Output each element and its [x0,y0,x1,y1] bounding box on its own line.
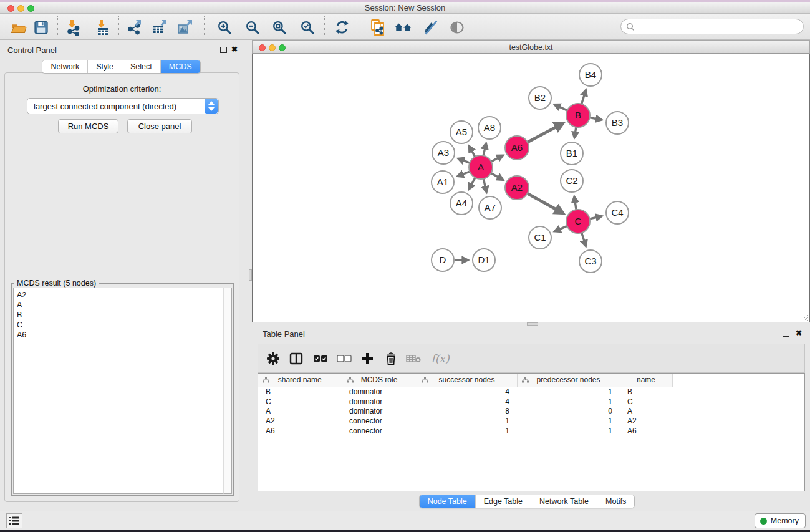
result-item[interactable]: A [17,300,223,310]
table-cell[interactable]: 1 [517,397,620,407]
table-cell[interactable]: 8 [417,407,517,417]
edge-A-A7[interactable] [483,179,485,187]
deselect-all-rows-icon[interactable] [335,350,353,367]
zoom-in-icon[interactable] [215,18,234,37]
mcds-result-scrollbar[interactable] [223,288,232,494]
edge-B-B4[interactable] [582,95,584,104]
edge-B-B3[interactable] [590,118,596,119]
resize-grip-icon[interactable] [801,313,808,321]
table-cell[interactable]: 1 [417,416,517,426]
edge-A6-B[interactable] [528,127,556,142]
table-cell[interactable]: A [620,407,672,417]
table-cell[interactable]: dominator [342,407,417,417]
mcds-result-list[interactable]: A2ABCA6 [13,288,223,494]
float-table-panel-icon[interactable] [783,331,789,337]
network-graph[interactable]: B4B2BB3A8A5A6A3B1AC2A1A2A4A7C4CC1DD1C3 [253,54,809,322]
search-field[interactable] [620,19,804,34]
table-cell[interactable]: 1 [417,426,517,436]
zoom-selected-icon[interactable] [298,18,317,37]
close-panel-icon[interactable]: ✖ [231,45,238,54]
table-row[interactable]: A6connector11A6 [258,426,804,436]
edge-A-A6[interactable] [491,158,498,162]
hide-annotations-icon[interactable] [421,18,440,37]
save-session-icon[interactable] [32,18,51,37]
pane-divider-handle[interactable] [249,269,252,281]
ndex-documents-icon[interactable] [369,18,387,37]
table-cell[interactable]: dominator [342,387,417,397]
table-cell[interactable]: 1 [517,426,620,436]
tab-edge-table[interactable]: Edge Table [476,495,531,508]
result-item[interactable]: B [17,310,223,320]
table-row[interactable]: A2connector11A2 [258,416,804,426]
edge-C-C2[interactable] [575,202,576,210]
network-canvas[interactable]: B4B2BB3A8A5A6A3B1AC2A1A2A4A7C4CC1DD1C3 [252,54,810,322]
table-cell[interactable]: 4 [417,387,517,397]
criterion-dropdown[interactable]: largest connected component (directed) [27,98,219,114]
column-selector-icon[interactable] [287,350,305,367]
table-row[interactable]: Adominator80A [258,407,804,417]
tab-select[interactable]: Select [122,60,161,73]
edge-B-B2[interactable] [559,107,567,110]
node-table[interactable]: shared nameMCDS rolesuccessor nodesprede… [258,373,805,491]
table-cell[interactable]: A2 [258,416,342,426]
tab-network-table[interactable]: Network Table [531,495,597,508]
edge-A2-C[interactable] [528,193,556,209]
home-pair-icon[interactable] [394,18,413,37]
close-table-panel-icon[interactable]: ✖ [796,329,802,337]
edge-B-B1[interactable] [576,127,576,132]
import-table-icon[interactable] [93,18,112,37]
column-header-predecessor-nodes[interactable]: predecessor nodes [517,374,620,387]
table-cell[interactable]: A6 [620,426,672,436]
open-session-icon[interactable] [9,18,28,37]
table-cell[interactable]: 0 [517,407,620,417]
table-cell[interactable]: 1 [517,387,620,397]
table-cell[interactable]: C [258,397,342,407]
column-header-shared-name[interactable]: shared name [258,374,342,387]
edge-A-A3[interactable] [463,160,470,163]
tab-motifs[interactable]: Motifs [597,495,634,508]
float-panel-icon[interactable] [220,47,227,53]
delete-column-trash-icon[interactable] [382,350,400,367]
table-cell[interactable]: B [258,387,342,397]
edge-A-A2[interactable] [491,173,498,177]
memory-button[interactable]: Memory [755,513,806,528]
table-row[interactable]: Cdominator41C [258,397,804,407]
edge-A-A8[interactable] [483,149,485,156]
refresh-icon[interactable] [332,18,351,37]
edge-C-C1[interactable] [560,226,567,229]
edge-C-C4[interactable] [590,218,597,219]
tab-network[interactable]: Network [42,60,88,73]
eye-icon[interactable] [448,18,466,37]
result-item[interactable]: C [17,320,223,330]
select-all-rows-icon[interactable] [312,350,329,367]
export-image-icon[interactable] [176,18,195,37]
export-network-icon[interactable] [125,18,143,37]
import-network-icon[interactable] [64,18,82,37]
export-table-icon[interactable] [150,18,169,37]
delete-table-icon[interactable] [405,350,422,367]
table-cell[interactable]: A2 [620,416,672,426]
table-cell[interactable]: A6 [258,426,342,436]
task-history-button[interactable] [6,513,22,528]
table-cell[interactable]: 1 [517,416,620,426]
table-cell[interactable]: A [258,407,342,417]
table-cell[interactable]: C [620,397,672,407]
edge-A-A5[interactable] [472,151,475,157]
table-row[interactable]: Bdominator41B [258,387,804,397]
run-mcds-button[interactable]: Run MCDS [58,119,118,133]
table-cell[interactable]: B [620,387,672,397]
table-cell[interactable]: connector [342,416,417,426]
tab-style[interactable]: Style [88,60,122,73]
column-header-MCDS-role[interactable]: MCDS role [342,374,417,387]
column-header-name[interactable]: name [620,374,672,387]
search-input[interactable] [635,22,803,31]
column-header-successor-nodes[interactable]: successor nodes [417,374,517,387]
table-cell[interactable]: connector [342,426,417,436]
zoom-fit-icon[interactable] [270,18,289,37]
edge-A-A4[interactable] [471,178,475,185]
table-cell[interactable]: 4 [417,397,517,407]
table-settings-gear-icon[interactable] [264,350,282,367]
zoom-out-icon[interactable] [243,18,262,37]
result-item[interactable]: A2 [17,290,223,300]
result-item[interactable]: A6 [17,330,223,340]
